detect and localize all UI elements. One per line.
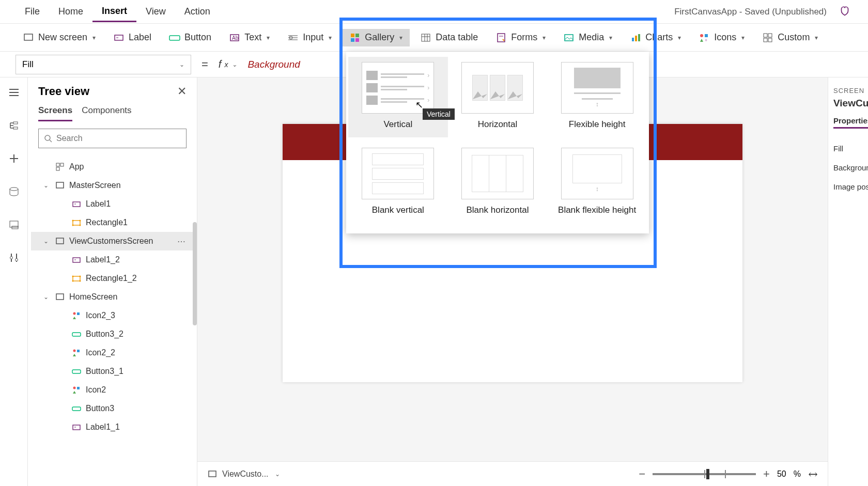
ribbon-input[interactable]: Input ▾ [280,29,339,46]
tab-screens[interactable]: Screens [38,105,72,121]
tree-item-label: Label1_1 [86,422,120,432]
footer-screen-selector[interactable]: ViewCusto... ⌄ [208,469,280,479]
media-rail-icon[interactable] [5,216,23,233]
tree-row[interactable]: Icon2_2 [31,343,197,362]
menu-insert[interactable]: Insert [92,2,136,22]
tree-item-label: Button3_1 [86,367,123,376]
label-icon [71,199,82,209]
tree-row[interactable]: ⌄ViewCustomersScreen⋯ [31,232,197,250]
menu-home[interactable]: Home [49,2,92,21]
tree-row[interactable]: Button3_2 [31,325,197,343]
svg-rect-25 [705,34,708,37]
gallery-opt-blank-horizontal[interactable]: Blank horizontal [448,143,548,223]
chevron-down-icon: ▾ [741,34,745,41]
scrollbar[interactable] [193,222,197,325]
ribbon-label[interactable]: Label [106,29,159,46]
menu-action[interactable]: Action [175,2,220,21]
gallery-opt-vertical[interactable]: › › › Vertical [348,57,448,137]
ribbon: New screen ▾ Label Button Ab Text ▾ Inpu… [0,24,868,52]
ribbon-new-screen[interactable]: New screen ▾ [16,29,103,46]
prop-row-background[interactable]: Background [833,158,863,177]
svg-rect-80 [209,471,216,477]
tree-view-icon[interactable] [5,117,23,134]
tree-row[interactable]: Rectangle1 [31,213,197,232]
ribbon-charts-label: Charts [645,32,673,43]
rect-icon [71,273,82,284]
ribbon-forms[interactable]: Forms ▾ [488,29,553,46]
gallery-opt-blank-flexible-height[interactable]: ↕ Blank flexible height [547,143,647,223]
data-icon[interactable] [5,183,23,200]
svg-rect-10 [351,34,354,37]
tree-view-title: Tree view [38,85,89,98]
add-icon[interactable] [5,150,23,167]
tree-row[interactable]: ⌄MasterScreen [31,176,197,195]
forms-icon [495,32,507,43]
tree-item-label: Button3 [86,404,114,413]
fx-button[interactable]: fx⌄ [219,58,238,70]
svg-point-53 [72,220,74,222]
zoom-in-button[interactable]: + [763,467,770,481]
svg-rect-30 [764,38,767,42]
ribbon-icons-label: Icons [714,32,736,43]
tree-row[interactable]: ⌄HomeScreen [31,288,197,306]
more-options-icon[interactable]: ⋯ [177,237,191,246]
tree-row[interactable]: Icon2 [31,381,197,399]
app-status-text: FirstCanvasApp - Saved (Unpublished) [674,7,837,17]
ribbon-button[interactable]: Button [162,29,219,46]
svg-rect-36 [13,127,18,129]
tree-row[interactable]: Button3_1 [31,362,197,381]
ribbon-data-table[interactable]: Data table [413,29,485,46]
tree-item-label: Button3_2 [86,330,123,339]
property-selector[interactable]: Fill ⌄ [16,55,191,74]
expand-toggle-icon[interactable]: ⌄ [43,182,51,189]
tree-search-input[interactable] [56,134,181,143]
close-icon[interactable]: ✕ [177,85,187,98]
ribbon-custom[interactable]: Custom ▾ [755,29,825,46]
gallery-opt-horizontal[interactable]: Horizontal [448,57,548,137]
ribbon-gallery[interactable]: Gallery ▾ [342,29,410,46]
svg-marker-72 [73,354,76,356]
ribbon-charts[interactable]: Charts ▾ [623,29,688,46]
chevron-down-icon: ⌄ [232,61,237,68]
tree-search[interactable] [38,129,187,148]
tree-row[interactable]: Label1_1 [31,418,197,436]
expand-toggle-icon[interactable]: ⌄ [43,238,51,245]
tree-row[interactable]: Label1 [31,195,197,213]
ribbon-media[interactable]: Media ▾ [556,29,619,46]
prop-row-image-position[interactable]: Image posit [833,177,863,196]
expand-toggle-icon[interactable]: ⌄ [43,293,51,301]
gallery-flexible-thumb: ↕ [561,62,633,114]
svg-rect-13 [355,38,359,42]
button-icon [71,329,82,339]
tree-item-label: Rectangle1 [86,218,128,227]
zoom-out-button[interactable]: − [639,467,645,481]
tree-row[interactable]: Button3 [31,399,197,418]
svg-rect-28 [764,34,767,37]
zoom-slider[interactable] [653,473,756,475]
gallery-opt-flexible-height[interactable]: ↕ Flexible height [547,57,647,137]
properties-panel: SCREEN ViewCusto Properties Fill Backgro… [828,77,868,486]
menu-view[interactable]: View [136,2,175,21]
advanced-tools-icon[interactable] [5,249,23,266]
hamburger-icon[interactable] [5,84,23,101]
tab-properties[interactable]: Properties [833,116,868,129]
menu-file[interactable]: File [16,2,49,21]
ribbon-icons[interactable]: + Icons ▾ [691,29,752,46]
tree-row[interactable]: Label1_2 [31,250,197,269]
tree-row[interactable]: App [31,158,197,176]
tab-components[interactable]: Components [82,105,131,121]
svg-rect-47 [60,163,64,166]
ribbon-input-label: Input [303,32,323,43]
property-selector-value: Fill [22,59,34,70]
ribbon-text[interactable]: Ab Text ▾ [222,29,277,46]
tree-row[interactable]: Icon2_3 [31,306,197,325]
svg-rect-0 [24,34,33,40]
gallery-blank-flexible-thumb: ↕ [561,148,633,199]
gallery-opt-blank-vertical[interactable]: Blank vertical [348,143,448,223]
app-checker-icon[interactable] [837,4,853,20]
formula-text[interactable]: Background [247,59,300,70]
prop-row-fill[interactable]: Fill [833,139,863,158]
tree-row[interactable]: Rectangle1_2 [31,269,197,288]
fit-to-window-icon[interactable]: ⤢ [804,466,820,482]
rect-icon [71,217,82,228]
